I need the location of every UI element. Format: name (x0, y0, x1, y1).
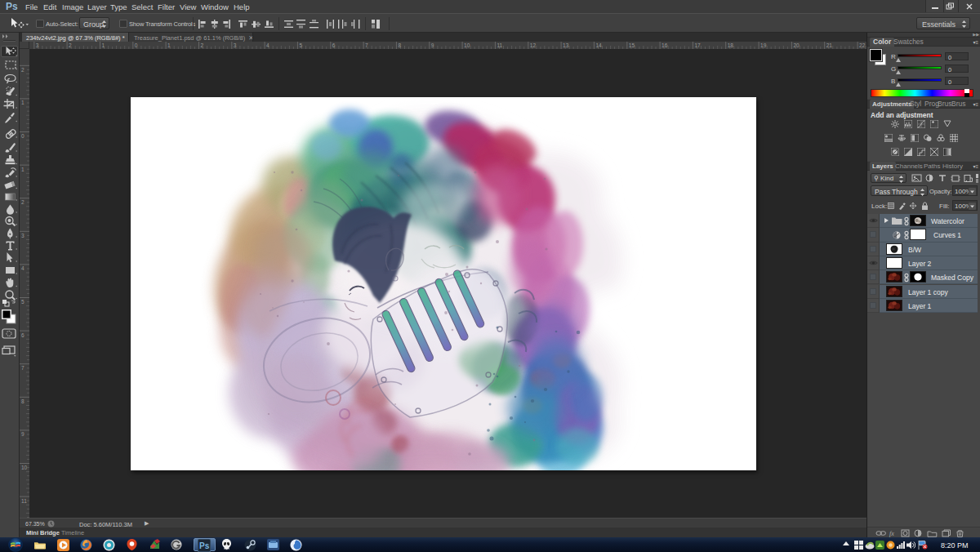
svg-text:4: 4 (21, 265, 24, 271)
svg-text:3: 3 (21, 233, 24, 238)
svg-text:3: 3 (36, 42, 39, 48)
svg-text:16: 16 (662, 42, 668, 48)
svg-text:2: 2 (69, 42, 72, 48)
svg-text:5: 5 (21, 299, 24, 305)
svg-text:20: 20 (793, 42, 800, 48)
svg-text:12: 12 (530, 42, 537, 48)
svg-text:22: 22 (859, 42, 866, 48)
svg-text:0: 0 (21, 133, 24, 139)
svg-text:7: 7 (21, 365, 24, 371)
svg-text:9: 9 (21, 431, 24, 437)
svg-text:1: 1 (167, 42, 171, 48)
svg-text:1: 1 (21, 167, 24, 172)
svg-text:9: 9 (431, 42, 434, 48)
svg-text:17: 17 (694, 42, 701, 48)
svg-text:2: 2 (201, 42, 204, 48)
svg-text:13: 13 (563, 42, 569, 48)
svg-text:7: 7 (365, 42, 368, 48)
svg-text:1: 1 (102, 42, 105, 48)
svg-text:21: 21 (826, 42, 833, 48)
svg-text:3: 3 (234, 42, 237, 48)
svg-text:8: 8 (21, 398, 24, 404)
svg-text:2: 2 (21, 199, 24, 205)
svg-text:11: 11 (497, 42, 502, 48)
svg-text:1: 1 (21, 100, 24, 105)
svg-text:4: 4 (266, 42, 270, 48)
svg-text:0: 0 (135, 42, 138, 48)
svg-text:2: 2 (21, 67, 24, 73)
svg-text:5: 5 (299, 42, 302, 48)
svg-text:14: 14 (595, 42, 602, 48)
svg-text:6: 6 (21, 332, 24, 338)
svg-text:8: 8 (398, 42, 401, 48)
svg-text:fx: fx (889, 530, 894, 537)
svg-text:11: 11 (21, 498, 27, 504)
svg-text:Ps: Ps (199, 541, 210, 550)
svg-text:10: 10 (464, 42, 470, 48)
svg-text:18: 18 (728, 42, 734, 48)
svg-text:10: 10 (21, 465, 28, 470)
svg-text:15: 15 (629, 42, 635, 48)
svg-text:6: 6 (332, 42, 336, 48)
svg-text:19: 19 (760, 42, 767, 48)
